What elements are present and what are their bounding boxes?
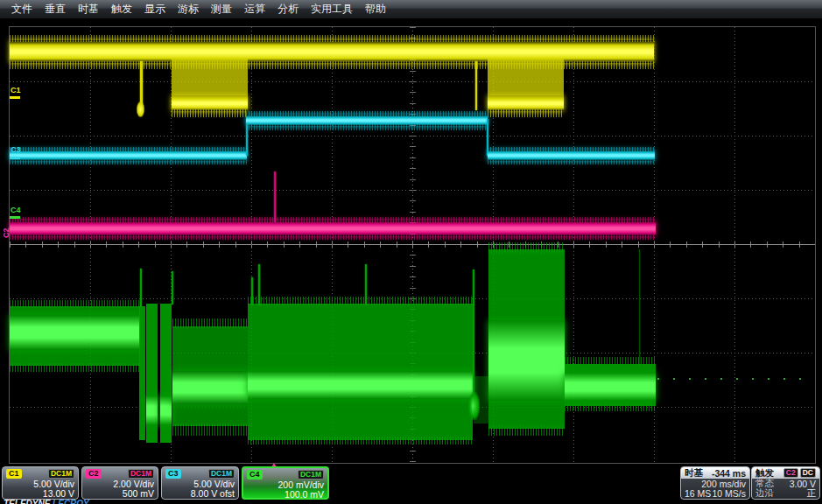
- timebase-memory: 16 MS: [685, 488, 711, 499]
- trigger-slope: 正: [807, 487, 817, 500]
- trigger-coupling-badge: DC: [800, 468, 816, 478]
- gridline-vertical: [573, 27, 574, 463]
- oscilloscope-screen: 文件 垂直 时基 触发 显示 游标 测量 运算 分析 实用工具 帮助 C1 C3…: [0, 0, 822, 504]
- trigger-source-badge: C2: [783, 468, 798, 478]
- gridline-horizontal: [10, 190, 815, 191]
- c3-coupling-badge: DC1M: [208, 469, 235, 479]
- channel-box-c3[interactable]: C3 DC1M 5.00 V/div 8.00 V ofst: [161, 466, 239, 500]
- trigger-kind: 边沿: [755, 487, 774, 500]
- menu-help[interactable]: 帮助: [359, 0, 392, 18]
- c2-position-marker[interactable]: C2: [2, 228, 11, 238]
- gridline-vertical: [734, 27, 735, 463]
- menu-math[interactable]: 运算: [238, 0, 271, 18]
- gridline-vertical: [654, 27, 655, 463]
- c4-badge: C4: [247, 470, 263, 480]
- c4-coupling-badge: DC1M: [298, 470, 324, 480]
- c1-offset: 13.00 V: [6, 489, 74, 499]
- menu-bar: 文件 垂直 时基 触发 显示 游标 测量 运算 分析 实用工具 帮助: [0, 0, 822, 19]
- menu-display[interactable]: 显示: [138, 0, 172, 18]
- menu-measure[interactable]: 测量: [205, 0, 238, 18]
- menu-cursors[interactable]: 游标: [172, 0, 205, 18]
- graticule: [9, 26, 816, 464]
- c2-badge: C2: [86, 469, 102, 479]
- channel-box-c4-selected[interactable]: C4 DC1M 200 mV/div 100.0 mV: [242, 466, 329, 500]
- vertical-axis-ticks: [410, 27, 416, 463]
- gridline-horizontal: [10, 81, 815, 82]
- menu-file[interactable]: 文件: [5, 0, 39, 18]
- menu-timebase[interactable]: 时基: [72, 0, 105, 18]
- gridline-horizontal: [10, 353, 815, 354]
- gridline-horizontal: [10, 136, 815, 136]
- c3-position-dash: [10, 157, 20, 159]
- c1-position-marker[interactable]: C1: [11, 86, 21, 94]
- timebase-box[interactable]: 时基 -344 ms 200 ms/div 16 MS 10 MS/s: [680, 466, 750, 500]
- gridline-horizontal: [10, 298, 815, 299]
- brand-lecroy: LECROY: [50, 499, 88, 504]
- c3-badge: C3: [165, 469, 181, 479]
- menu-utilities[interactable]: 实用工具: [305, 0, 359, 18]
- gridline-vertical: [171, 27, 172, 463]
- c4-position-marker[interactable]: C4: [11, 206, 21, 214]
- c1-badge: C1: [6, 469, 22, 479]
- gridline-vertical: [493, 27, 494, 463]
- timebase-delay: -344 ms: [712, 468, 746, 479]
- gridline-vertical: [90, 27, 91, 463]
- c4-position-dash: [10, 216, 20, 219]
- channel-box-c2[interactable]: C2 DC1M 2.00 V/div 500 mV: [81, 466, 158, 500]
- c2-coupling-badge: DC1M: [128, 469, 154, 479]
- channel-box-c1[interactable]: C1 DC1M 5.00 V/div 13.00 V: [2, 466, 79, 500]
- brand-teledyne: TELEDYNE: [4, 499, 50, 504]
- c3-position-marker[interactable]: C3: [11, 145, 21, 154]
- c4-offset: 100.0 mV: [247, 490, 324, 500]
- c1-coupling-badge: DC1M: [48, 469, 74, 479]
- timebase-samplerate: 10 MS/s: [712, 488, 746, 499]
- brand-logo: TELEDYNE LECROY: [4, 499, 89, 504]
- trigger-box[interactable]: 触发 C2 DC 常态 3.00 V 边沿 正: [751, 466, 820, 500]
- menu-analysis[interactable]: 分析: [271, 0, 305, 18]
- c2-offset: 500 mV: [86, 489, 154, 499]
- gridline-horizontal: [10, 407, 815, 408]
- gridline-vertical: [251, 27, 252, 463]
- timebase-label: 时基: [685, 467, 703, 480]
- menu-trigger[interactable]: 触发: [105, 0, 138, 18]
- c1-position-dash: [10, 96, 20, 99]
- gridline-vertical: [332, 27, 333, 463]
- c3-offset: 8.00 V ofst: [165, 489, 235, 499]
- menu-vertical[interactable]: 垂直: [39, 0, 72, 18]
